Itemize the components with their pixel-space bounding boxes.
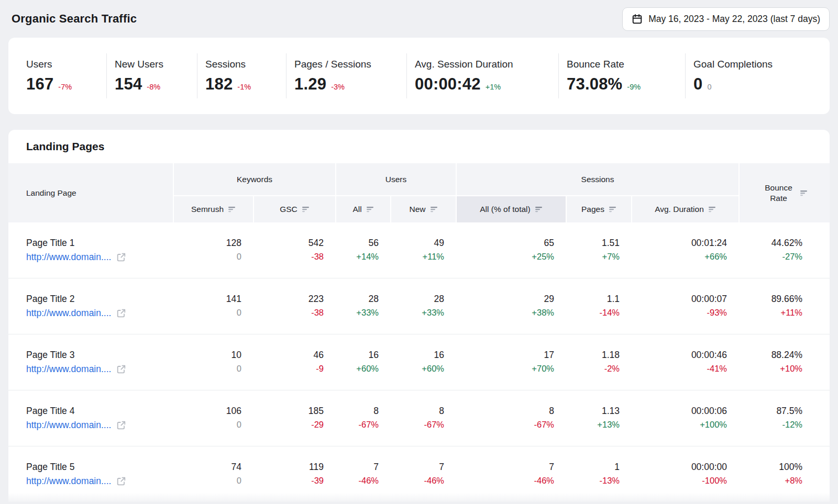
kpi-delta: +1% — [486, 83, 501, 91]
cell-sessions-all: 29+38% — [456, 294, 566, 319]
kpi-new-users: New Users 154-8% — [106, 53, 197, 98]
external-link-icon[interactable] — [117, 253, 126, 262]
cell-avg-duration: 00:01:24+66% — [631, 238, 738, 263]
col-header-gsc[interactable]: GSC — [253, 195, 335, 222]
date-range-label: May 16, 2023 - May 22, 2023 (last 7 days… — [648, 14, 820, 25]
landing-page-cell: Page Title 2 http://www.domain.... — [8, 294, 173, 319]
table-header: Landing Page Keywords Users Sessions Bou… — [8, 163, 830, 222]
sort-icon — [367, 206, 374, 212]
group-header-keywords: Keywords — [173, 163, 335, 195]
kpi-value: 00:00:42 — [415, 75, 481, 94]
col-header-avg-duration[interactable]: Avg. Duration — [631, 195, 738, 222]
cell-pages: 1.1-14% — [566, 294, 631, 319]
cell-gsc: 46-9 — [253, 350, 335, 375]
landing-page-cell: Page Title 1 http://www.domain.... — [8, 238, 173, 263]
page-title-text: Page Title 2 — [26, 294, 173, 305]
landing-page-cell: Page Title 3 http://www.domain.... — [8, 350, 173, 375]
cell-avg-duration: 00:00:06+100% — [631, 406, 738, 431]
col-header-bounce-rate[interactable]: Bounce Rate — [738, 163, 830, 222]
kpi-goal-completions: Goal Completions 00 — [685, 53, 830, 98]
kpi-delta: -8% — [147, 83, 160, 91]
cell-bounce-rate: 88.24%+10% — [738, 350, 830, 375]
sort-icon — [709, 206, 716, 212]
table-row: Page Title 2 http://www.domain.... 1410 … — [8, 278, 830, 334]
table-row: Page Title 5 http://www.domain.... 740 1… — [8, 446, 830, 502]
external-link-icon[interactable] — [117, 365, 126, 374]
kpi-value: 182 — [205, 75, 233, 94]
kpi-value: 0 — [693, 75, 702, 94]
col-header-users-all[interactable]: All — [335, 195, 390, 222]
table-row: Page Title 4 http://www.domain.... 1060 … — [8, 390, 830, 446]
page-title-text: Page Title 5 — [26, 462, 173, 473]
cell-semrush: 740 — [173, 462, 253, 487]
kpi-bounce-rate: Bounce Rate 73.08%-9% — [558, 53, 685, 98]
cell-semrush: 1060 — [173, 406, 253, 431]
cell-users-new: 28+33% — [390, 294, 456, 319]
external-link-icon[interactable] — [117, 421, 126, 430]
cell-gsc: 119-39 — [253, 462, 335, 487]
date-range-button[interactable]: May 16, 2023 - May 22, 2023 (last 7 days… — [622, 7, 830, 31]
cell-pages: 1-13% — [566, 462, 631, 487]
page-title: Organic Search Traffic — [8, 12, 137, 26]
cell-bounce-rate: 100%+8% — [738, 462, 830, 487]
page-url-link[interactable]: http://www.domain.... — [26, 364, 111, 375]
kpi-value: 1.29 — [294, 75, 326, 94]
cell-gsc: 542-38 — [253, 238, 335, 263]
col-header-semrush[interactable]: Semrush — [173, 195, 253, 222]
cell-users-all: 8-67% — [335, 406, 390, 431]
col-header-pages[interactable]: Pages — [566, 195, 631, 222]
cell-pages: 1.18-2% — [566, 350, 631, 375]
cell-sessions-all: 17+70% — [456, 350, 566, 375]
cell-pages: 1.13+13% — [566, 406, 631, 431]
kpi-delta: -1% — [237, 83, 251, 91]
top-bar: Organic Search Traffic May 16, 2023 - Ma… — [0, 0, 838, 38]
landing-page-cell: Page Title 5 http://www.domain.... — [8, 462, 173, 487]
cell-semrush: 100 — [173, 350, 253, 375]
kpi-pages-per-session: Pages / Sessions 1.29-3% — [286, 53, 406, 98]
col-header-landing-page: Landing Page — [8, 163, 173, 222]
cell-semrush: 1410 — [173, 294, 253, 319]
table-row: Page Title 3 http://www.domain.... 100 4… — [8, 334, 830, 390]
cell-sessions-all: 65+25% — [456, 238, 566, 263]
kpi-delta: -9% — [627, 83, 641, 91]
group-header-sessions: Sessions — [456, 163, 738, 195]
cell-pages: 1.51+7% — [566, 238, 631, 263]
kpi-summary-card: Users 167-7% New Users 154-8% Sessions 1… — [8, 38, 830, 114]
page-title-text: Page Title 3 — [26, 350, 173, 361]
kpi-users: Users 167-7% — [8, 53, 106, 98]
kpi-sessions: Sessions 182-1% — [197, 53, 286, 98]
sort-icon — [431, 206, 438, 212]
cell-users-all: 28+33% — [335, 294, 390, 319]
page-url-link[interactable]: http://www.domain.... — [26, 308, 111, 319]
cell-bounce-rate: 89.66%+11% — [738, 294, 830, 319]
cell-users-all: 16+60% — [335, 350, 390, 375]
cell-gsc: 223-38 — [253, 294, 335, 319]
cell-avg-duration: 00:00:07-93% — [631, 294, 738, 319]
kpi-avg-session-duration: Avg. Session Duration 00:00:42+1% — [406, 53, 558, 98]
cell-users-new: 7-46% — [390, 462, 456, 487]
page-title-text: Page Title 4 — [26, 406, 173, 417]
page-url-link[interactable]: http://www.domain.... — [26, 476, 111, 487]
external-link-icon[interactable] — [117, 309, 126, 318]
sort-icon — [800, 190, 808, 196]
col-header-sessions-all[interactable]: All (% of total) — [456, 195, 566, 222]
kpi-delta: -7% — [58, 83, 72, 91]
kpi-value: 73.08% — [567, 75, 622, 94]
sort-icon — [228, 206, 236, 212]
sort-icon — [302, 206, 310, 212]
cell-sessions-all: 8-67% — [456, 406, 566, 431]
page-url-link[interactable]: http://www.domain.... — [26, 252, 111, 263]
cell-users-new: 16+60% — [390, 350, 456, 375]
external-link-icon[interactable] — [117, 477, 126, 486]
cell-bounce-rate: 87.5%-12% — [738, 406, 830, 431]
cell-avg-duration: 00:00:46-41% — [631, 350, 738, 375]
kpi-delta: -3% — [331, 83, 345, 91]
page-url-link[interactable]: http://www.domain.... — [26, 420, 111, 431]
col-header-users-new[interactable]: New — [390, 195, 456, 222]
landing-pages-title: Landing Pages — [8, 130, 830, 163]
landing-pages-panel: Landing Pages Landing Page Keywords User… — [8, 130, 830, 502]
kpi-value: 154 — [115, 75, 142, 94]
cell-sessions-all: 7-46% — [456, 462, 566, 487]
table-row: Page Title 1 http://www.domain.... 1280 … — [8, 222, 830, 278]
cell-avg-duration: 00:00:00-100% — [631, 462, 738, 487]
